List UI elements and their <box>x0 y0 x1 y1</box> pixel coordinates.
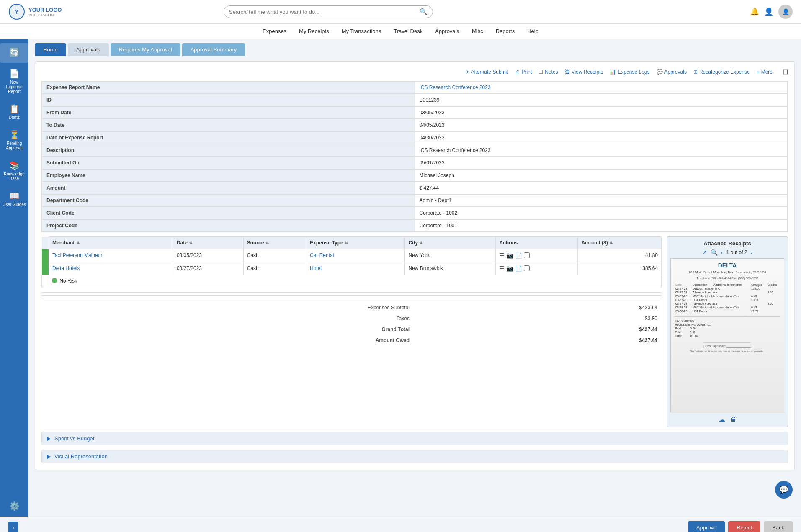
sidebar-item-user-guides[interactable]: 📖 User Guides <box>0 187 28 211</box>
tab-requires-my-approval[interactable]: Requires My Approval <box>111 43 180 56</box>
tab-approval-summary[interactable]: Approval Summary <box>182 43 245 56</box>
merchant-link-2[interactable]: Delta Hotels <box>52 265 80 271</box>
expense-type-link-2[interactable]: Hotel <box>310 265 322 271</box>
nav-reports[interactable]: Reports <box>496 28 515 34</box>
more-btn[interactable]: ≡ More <box>757 69 773 75</box>
notification-icon[interactable]: 🔔 <box>750 7 759 16</box>
knowledge-icon: 📚 <box>9 160 20 170</box>
nav-expenses[interactable]: Expenses <box>263 28 286 34</box>
tab-approvals[interactable]: Approvals <box>68 43 109 56</box>
receipt-bottom-icons: ☁ 🖨 <box>670 416 784 424</box>
nav-misc[interactable]: Misc <box>472 28 483 34</box>
no-risk-label: No Risk <box>59 278 77 284</box>
reject-button[interactable]: Reject <box>728 521 760 532</box>
tab-home[interactable]: Home <box>35 43 66 56</box>
edit-icon-2[interactable]: 📷 <box>506 265 513 272</box>
th-date[interactable]: Date ⇅ <box>173 237 243 249</box>
content-box: ✈ Alternate Submit 🖨 Print ☐ Notes 🖼 Vie… <box>35 61 795 470</box>
nav-my-receipts[interactable]: My Receipts <box>299 28 329 34</box>
nav-approvals[interactable]: Approvals <box>435 28 459 34</box>
notes-btn[interactable]: ☐ Notes <box>538 69 558 75</box>
sidebar-item-drafts[interactable]: 📋 Drafts <box>0 100 28 124</box>
prev-nav-button[interactable]: ‹ <box>8 522 18 532</box>
nav-my-transactions[interactable]: My Transactions <box>342 28 381 34</box>
alternate-submit-btn[interactable]: ✈ Alternate Submit <box>465 69 508 75</box>
city-cell-1: New York <box>405 249 496 262</box>
row-indicator <box>42 262 49 275</box>
merchant-link-1[interactable]: Taxi Peterson Malheur <box>52 252 102 258</box>
select-checkbox-1[interactable] <box>524 252 530 258</box>
info-label-submitted-on: Submitted On <box>42 157 415 169</box>
chevron-right-icon: ▶ <box>47 435 51 442</box>
nav-help[interactable]: Help <box>527 28 538 34</box>
receipt-disclaimer: The Delta is not liable for any loss or … <box>690 350 765 352</box>
receipt-external-icon[interactable]: ↗ <box>702 249 707 256</box>
sort-date-icon[interactable]: ⇅ <box>189 241 192 245</box>
copy-icon-1[interactable]: 📄 <box>515 252 522 259</box>
user-settings-icon[interactable]: 👤 <box>764 7 773 16</box>
summary-subtotal-row: Expenses Subtotal $423.64 <box>42 303 661 313</box>
search-input[interactable] <box>229 9 420 15</box>
recategorize-btn[interactable]: ⊞ Recategorize Expense <box>693 69 750 75</box>
actions-cell-2: ☰ 📷 📄 <box>496 262 578 275</box>
sidebar-item-home[interactable]: 🔄 <box>0 43 28 63</box>
th-actions: Actions <box>496 237 578 249</box>
search-bar[interactable]: 🔍 <box>224 5 433 18</box>
date-cell-1: 03/05/2023 <box>173 249 243 262</box>
sort-merchant-icon[interactable]: ⇅ <box>76 241 80 245</box>
view-receipts-icon: 🖼 <box>565 69 570 75</box>
collapse-icon[interactable]: ⊟ <box>783 68 788 76</box>
sidebar-item-settings[interactable]: ⚙️ <box>0 497 28 517</box>
action-buttons: Approve Reject Back <box>688 521 793 532</box>
sidebar-item-pending[interactable]: ⏳ Pending Approval <box>0 126 28 154</box>
copy-icon-2[interactable]: 📄 <box>515 265 522 272</box>
expense-logs-btn[interactable]: 📊 Expense Logs <box>610 69 649 75</box>
bottom-nav: ‹ <box>8 522 18 532</box>
select-checkbox-2[interactable] <box>524 265 530 271</box>
th-city[interactable]: City ⇅ <box>405 237 496 249</box>
sidebar: 🔄 📄 New Expense Report 📋 Drafts ⏳ Pendin… <box>0 39 28 517</box>
receipt-zoom-icon[interactable]: 🔍 <box>711 249 718 256</box>
receipt-next-icon[interactable]: › <box>751 249 753 256</box>
sort-source-icon[interactable]: ⇅ <box>265 241 269 245</box>
expense-logs-icon: 📊 <box>610 69 616 75</box>
visual-representation-header[interactable]: ▶ Visual Representation <box>42 450 788 463</box>
info-label-employee-name: Employee Name <box>42 169 415 182</box>
search-icon[interactable]: 🔍 <box>420 8 428 15</box>
chat-bubble[interactable]: 💬 <box>775 481 793 499</box>
summary-amount-owed-row: Amount Owed $427.44 <box>42 335 661 345</box>
nav-travel-desk[interactable]: Travel Desk <box>394 28 422 34</box>
logo-title: YOUR LOGO <box>28 7 62 13</box>
spent-vs-budget-label: Spent vs Budget <box>54 435 94 442</box>
receipt-download-icon[interactable]: ☁ <box>719 416 725 424</box>
sort-city-icon[interactable]: ⇅ <box>419 241 422 245</box>
info-label-report-name: Expense Report Name <box>42 81 415 94</box>
print-btn[interactable]: 🖨 Print <box>515 69 532 75</box>
th-source[interactable]: Source ⇅ <box>243 237 306 249</box>
approve-button[interactable]: Approve <box>688 521 725 532</box>
th-expense-type[interactable]: Expense Type ⇅ <box>306 237 404 249</box>
info-value-description: ICS Research Conference 2023 <box>415 144 788 157</box>
receipt-print-icon[interactable]: 🖨 <box>729 416 736 424</box>
info-value-report-name[interactable]: ICS Research Conference 2023 <box>415 81 788 94</box>
receipt-prev-icon[interactable]: ‹ <box>721 249 723 256</box>
subtotal-value: $423.64 <box>414 303 661 313</box>
logo-icon: Y <box>8 3 25 20</box>
edit-icon-1[interactable]: 📷 <box>506 252 513 259</box>
pending-icon: ⏳ <box>9 130 20 140</box>
th-merchant[interactable]: Merchant ⇅ <box>49 237 173 249</box>
sort-expense-type-icon[interactable]: ⇅ <box>345 241 348 245</box>
view-receipts-btn[interactable]: 🖼 View Receipts <box>565 69 603 75</box>
info-label-client-code: Client Code <box>42 207 415 219</box>
back-button[interactable]: Back <box>764 521 793 532</box>
avatar[interactable]: 👤 <box>778 5 793 19</box>
view-icon-1[interactable]: ☰ <box>499 252 505 259</box>
sidebar-item-new-expense[interactable]: 📄 New Expense Report <box>0 64 28 98</box>
sidebar-item-knowledge[interactable]: 📚 Knowledge Base <box>0 156 28 185</box>
spent-vs-budget-header[interactable]: ▶ Spent vs Budget <box>42 432 788 445</box>
th-amount[interactable]: Amount ($) ⇅ <box>578 237 662 249</box>
view-icon-2[interactable]: ☰ <box>499 265 505 272</box>
sort-amount-icon[interactable]: ⇅ <box>609 241 613 245</box>
approvals-btn[interactable]: 💬 Approvals <box>657 69 687 75</box>
expense-type-link-1[interactable]: Car Rental <box>310 252 334 258</box>
